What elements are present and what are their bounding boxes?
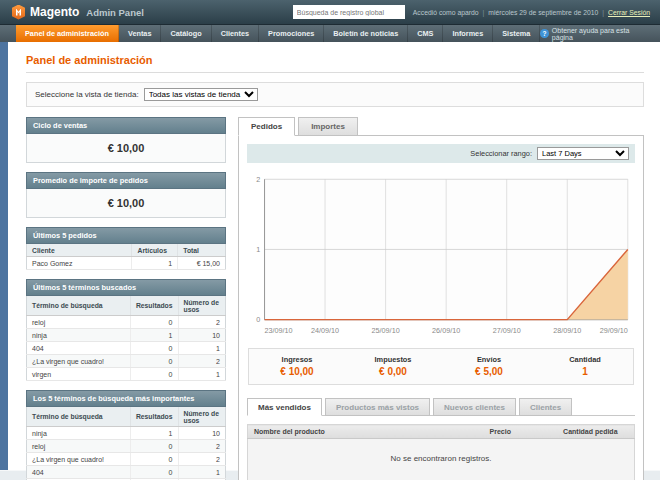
store-switcher: Seleccione la vista de tienda: Todas las… (26, 82, 644, 107)
top-search-terms-table: Término de búsquedaResultadosNúmero de u… (26, 407, 226, 480)
svg-text:26/09/10: 26/09/10 (432, 326, 460, 335)
nav-item[interactable]: CMS (408, 25, 443, 42)
stat-value: € 5,00 (441, 366, 537, 377)
grid-tab[interactable]: Más vendidos (247, 398, 322, 416)
box-title: Ciclo de ventas (26, 117, 226, 134)
svg-text:27/09/10: 27/09/10 (493, 326, 521, 335)
svg-text:23/09/10: 23/09/10 (265, 326, 293, 335)
help-icon: ? (540, 29, 549, 38)
store-view-select[interactable]: Todas las vistas de tienda (144, 88, 258, 101)
page-title: Panel de administración (26, 54, 644, 73)
column-header: Nombre del producto (248, 425, 484, 439)
top-search-terms-box: Los 5 términos de búsqueda más important… (26, 390, 226, 480)
grid-tab[interactable]: Productos más vistos (325, 398, 430, 416)
stat-value: € 10,00 (249, 366, 345, 377)
average-orders-box: Promedio de importe de pedidos € 10,00 (26, 172, 226, 218)
column-header: Cantidad pedida (557, 425, 634, 439)
column-header: Número de usos (178, 296, 225, 316)
column-header: Cliente (27, 244, 132, 257)
stat-label: Ingresos (249, 355, 345, 364)
right-column: PedidosImportes Seleccionar rango: Last … (238, 117, 644, 480)
orders-panel: Seleccionar rango: Last 7 Days 23/09/102… (238, 135, 644, 480)
table-row: Paco Gomez1€ 15,00 (27, 257, 226, 270)
logo-subtitle: Admin Panel (86, 7, 144, 18)
box-title: Últimos 5 términos buscados (26, 279, 226, 296)
nav-item[interactable]: Promociones (259, 25, 324, 42)
chart-tab[interactable]: Pedidos (238, 117, 295, 136)
help-box: ? Obtener ayuda para esta página (540, 25, 660, 42)
empty-message: No se encontraron registros. (248, 439, 635, 480)
nav-item[interactable]: Panel de administración (16, 25, 119, 42)
nav-item[interactable]: Ventas (119, 25, 162, 42)
column-header: Artículos (132, 244, 178, 257)
table-row: reloj02 (27, 316, 226, 329)
logout-link[interactable]: Cerrar Sesión (608, 9, 650, 16)
column-header: Número de usos (178, 407, 225, 427)
stat-item: Ingresos € 10,00 (249, 355, 345, 377)
stat-item: Impuestos € 0,00 (345, 355, 441, 377)
last-orders-box: Últimos 5 pedidos ClienteArtículosTotal … (26, 227, 226, 270)
nav-item[interactable]: Informes (443, 25, 493, 42)
table-row: reloj02 (27, 440, 226, 453)
nav-item[interactable]: Boletín de noticias (324, 25, 408, 42)
products-grid: Nombre del productoPrecioCantidad pedida… (247, 424, 635, 480)
table-row: ninja110 (27, 329, 226, 342)
nav-item[interactable]: Sistema (493, 25, 540, 42)
range-label: Seleccionar rango: (470, 149, 532, 158)
box-title: Últimos 5 pedidos (26, 227, 226, 244)
last-search-terms-table: Término de búsquedaResultadosNúmero de u… (26, 296, 226, 381)
logo-text: Magento (30, 5, 79, 19)
last-search-terms-box: Últimos 5 términos buscados Término de b… (26, 279, 226, 381)
current-date: miércoles 29 de septiembre de 2010 (488, 9, 598, 16)
lifetime-sales-box: Ciclo de ventas € 10,00 (26, 117, 226, 163)
stat-label: Impuestos (345, 355, 441, 364)
left-column: Ciclo de ventas € 10,00 Promedio de impo… (26, 117, 226, 480)
stat-label: Cantidad (537, 355, 633, 364)
column-header: Total (178, 244, 226, 257)
top-header: Magento Admin Panel Accedió como apardo … (0, 0, 660, 25)
chart-tab[interactable]: Importes (298, 117, 358, 136)
table-row: virgen01 (27, 368, 226, 381)
orders-chart: 23/09/1024/09/1025/09/1026/09/1027/09/10… (248, 171, 634, 338)
stat-item: Cantidad 1 (537, 355, 633, 377)
store-switcher-label: Seleccione la vista de tienda: (35, 90, 139, 99)
column-header: Resultados (130, 296, 178, 316)
stat-label: Envíos (441, 355, 537, 364)
empty-row: No se encontraron registros. (248, 439, 635, 480)
table-row: 40401 (27, 466, 226, 479)
table-row: ninja110 (27, 427, 226, 440)
help-link[interactable]: Obtener ayuda para esta página (552, 27, 648, 41)
svg-text:25/09/10: 25/09/10 (372, 326, 400, 335)
average-orders-value: € 10,00 (26, 189, 226, 218)
grid-tab[interactable]: Clientes (519, 398, 572, 416)
svg-text:2: 2 (256, 175, 260, 184)
range-bar: Seleccionar rango: Last 7 Days (247, 144, 635, 163)
lifetime-sales-value: € 10,00 (26, 134, 226, 163)
table-row: 40401 (27, 342, 226, 355)
magento-logo[interactable]: Magento Admin Panel (12, 5, 144, 20)
stat-item: Envíos € 5,00 (441, 355, 537, 377)
nav-item[interactable]: Catálogo (161, 25, 211, 42)
grid-tab[interactable]: Nuevos clientes (433, 398, 516, 416)
svg-text:24/09/10: 24/09/10 (311, 326, 339, 335)
left-edge-strip (0, 42, 8, 470)
svg-text:29/09/10: 29/09/10 (600, 326, 628, 335)
table-row: ¿La virgen que cuadro!02 (27, 355, 226, 368)
svg-text:1: 1 (256, 245, 260, 254)
session-info: Accedió como apardo | miércoles 29 de se… (413, 9, 650, 16)
column-header: Precio (484, 425, 558, 439)
range-select[interactable]: Last 7 Days (537, 147, 629, 160)
stat-value: 1 (537, 366, 633, 377)
svg-text:0: 0 (256, 315, 260, 324)
column-header: Resultados (130, 407, 178, 427)
box-title: Los 5 términos de búsqueda más important… (26, 390, 226, 407)
table-row: ¿La virgen que cuadro!02 (27, 453, 226, 466)
stat-value: € 0,00 (345, 366, 441, 377)
main-nav: Panel de administraciónVentasCatálogoCli… (0, 25, 660, 42)
nav-item[interactable]: Clientes (212, 25, 259, 42)
svg-text:28/09/10: 28/09/10 (553, 326, 581, 335)
logged-in-as: Accedió como apardo (413, 9, 479, 16)
global-search-input[interactable] (293, 5, 405, 19)
last-orders-table: ClienteArtículosTotal Paco Gomez1€ 15,00 (26, 244, 226, 270)
content-area: Panel de administración Seleccione la vi… (0, 42, 660, 470)
